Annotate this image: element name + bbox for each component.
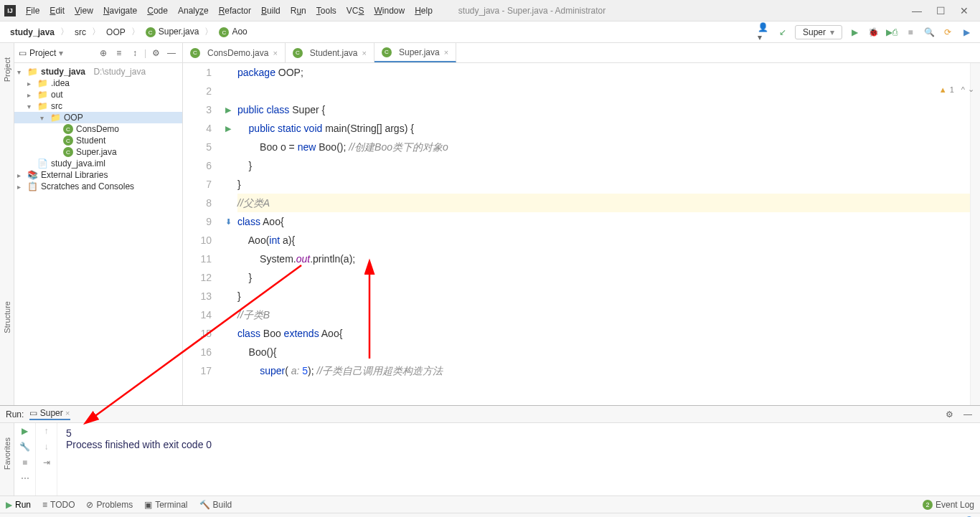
maximize-button[interactable]: ☐ — [936, 5, 946, 16]
more-icon[interactable]: ⋯ — [21, 473, 29, 483]
menu-help[interactable]: Help — [410, 4, 437, 17]
console-line: 5 — [66, 427, 971, 439]
crumb-class[interactable]: CAoo — [216, 25, 250, 39]
tree-consdemo[interactable]: CConsDemo — [14, 123, 182, 135]
console-output[interactable]: 5 Process finished with exit code 0 — [57, 423, 980, 495]
run-panel-header: Run: ▭ Super × ⚙ — — [0, 406, 980, 423]
down-arrow-icon[interactable]: ↓ — [44, 442, 49, 452]
menu-tools[interactable]: Tools — [312, 4, 341, 17]
nav-bar: study_java〉 src〉 OOP〉 CSuper.java〉 CAoo … — [0, 22, 980, 43]
locate-icon[interactable]: ⊕ — [97, 47, 110, 60]
tree-src[interactable]: ▾📁src — [14, 100, 182, 112]
tree-root[interactable]: ▾📁study_java D:\study_java — [14, 66, 182, 77]
run-label: Run: — [6, 409, 24, 419]
hide-panel-icon[interactable]: — — [961, 408, 974, 421]
menu-file[interactable]: File — [22, 4, 44, 17]
project-panel-header: ▭ Project ▾ ⊕ ≡ ↕ | ⚙ — — [14, 43, 182, 63]
project-panel: ▭ Project ▾ ⊕ ≡ ↕ | ⚙ — ▾📁study_java D:\… — [14, 43, 183, 405]
tree-student[interactable]: CStudent — [14, 135, 182, 146]
editor-tabs: CConsDemo.java× CStudent.java× CSuper.ja… — [183, 43, 980, 63]
project-panel-title[interactable]: Project — [29, 48, 56, 58]
search-icon[interactable]: 🔍 — [923, 26, 936, 39]
close-icon[interactable]: × — [273, 49, 277, 57]
code-text[interactable]: package OOP; public class Super { public… — [237, 63, 970, 405]
gear-icon[interactable]: ⚙ — [149, 47, 162, 60]
tab-super[interactable]: CSuper.java× — [374, 43, 456, 62]
menu-view[interactable]: View — [70, 4, 98, 17]
menu-build[interactable]: Build — [257, 4, 285, 17]
bottom-tool-tabs: ▶Run ≡ TODO ⊘ Problems ▣ Terminal 🔨 Buil… — [0, 495, 980, 513]
update-icon[interactable]: ⟳ — [941, 26, 954, 39]
tab-favorites-vertical[interactable]: Favorites — [3, 437, 11, 470]
menu-analyze[interactable]: Analyze — [174, 4, 213, 17]
console-line: Process finished with exit code 0 — [66, 439, 971, 450]
warning-icon: ▲ — [939, 85, 947, 94]
window-controls: — ☐ ✕ — [912, 5, 976, 16]
run-tab[interactable]: ▭ Super × — [29, 408, 70, 420]
btab-build[interactable]: 🔨 Build — [199, 500, 232, 510]
coverage-button[interactable]: ▶⎙ — [885, 26, 898, 39]
tree-iml[interactable]: 📄study_java.iml — [14, 158, 182, 169]
status-bar: ☐ Build completed successfully in 3 sec,… — [0, 513, 980, 517]
tab-structure-vertical[interactable]: Structure — [3, 301, 11, 333]
collapse-icon[interactable]: ↕ — [128, 47, 141, 60]
main-area: Project ▭ Project ▾ ⊕ ≡ ↕ | ⚙ — ▾📁study_… — [0, 43, 980, 405]
run-config-selector[interactable]: Super▾ — [795, 25, 842, 39]
window-title: study_java - Super.java - Administrator — [458, 6, 606, 16]
hide-panel-icon[interactable]: — — [165, 47, 178, 60]
tree-idea[interactable]: ▸📁.idea — [14, 77, 182, 89]
tree-external[interactable]: ▸📚External Libraries — [14, 169, 182, 181]
rerun-button[interactable]: ▶ — [22, 426, 28, 436]
menu-run[interactable]: Run — [286, 4, 311, 17]
menu-vcs[interactable]: VCS — [342, 4, 369, 17]
gear-icon[interactable]: ⚙ — [943, 408, 956, 421]
tab-consdemo[interactable]: CConsDemo.java× — [183, 43, 286, 62]
project-panel-icon: ▭ — [19, 48, 27, 58]
editor: CConsDemo.java× CStudent.java× CSuper.ja… — [183, 43, 980, 405]
title-bar: IJ File Edit View Navigate Code Analyze … — [0, 0, 980, 22]
override-marker-icon[interactable]: ⬇ — [219, 212, 237, 231]
btab-todo[interactable]: ≡ TODO — [42, 500, 75, 510]
tab-student[interactable]: CStudent.java× — [286, 43, 374, 62]
tab-project-vertical[interactable]: Project — [3, 57, 11, 82]
expand-icon[interactable]: ≡ — [113, 47, 126, 60]
ide-icon[interactable]: ▶ — [960, 26, 973, 39]
menu-window[interactable]: Window — [369, 4, 409, 17]
close-icon[interactable]: × — [444, 48, 448, 57]
close-icon[interactable]: × — [362, 49, 367, 57]
btab-terminal[interactable]: ▣ Terminal — [144, 500, 187, 510]
btab-eventlog[interactable]: 2 Event Log — [923, 500, 974, 510]
crumb-project[interactable]: study_java — [7, 26, 57, 39]
crumb-file[interactable]: CSuper.java — [143, 25, 202, 39]
crumb-oop[interactable]: OOP — [103, 26, 128, 39]
code-area[interactable]: 1234567891011121314151617 ▶▶⬇ package OO… — [183, 63, 980, 405]
menu-code[interactable]: Code — [143, 4, 172, 17]
line-gutter: 1234567891011121314151617 — [183, 63, 219, 405]
run-marker-icon[interactable]: ▶ — [219, 119, 237, 138]
minimize-button[interactable]: — — [912, 5, 922, 16]
debug-button[interactable]: 🐞 — [867, 26, 880, 39]
tree-out[interactable]: ▸📁out — [14, 89, 182, 100]
back-arrow-icon[interactable]: ↙ — [776, 26, 789, 39]
wrap-icon[interactable]: ⇥ — [43, 457, 50, 468]
stop-icon[interactable]: ■ — [22, 457, 27, 468]
run-marker-icon[interactable]: ▶ — [219, 100, 237, 119]
menu-navigate[interactable]: Navigate — [99, 4, 141, 17]
close-button[interactable]: ✕ — [960, 5, 969, 16]
btab-problems[interactable]: ⊘ Problems — [86, 500, 133, 510]
tree-scratches[interactable]: ▸📋Scratches and Consoles — [14, 181, 182, 192]
stop-button[interactable]: ■ — [904, 26, 917, 39]
menu-refactor[interactable]: Refactor — [215, 4, 255, 17]
tree-super[interactable]: CSuper.java — [14, 146, 182, 158]
run-button[interactable]: ▶ — [848, 26, 861, 39]
up-arrow-icon[interactable]: ↑ — [44, 426, 49, 436]
wrench-icon[interactable]: 🔧 — [19, 442, 30, 452]
btab-run[interactable]: ▶Run — [6, 500, 31, 510]
inspection-badge[interactable]: ▲1 ^⌄ — [939, 85, 974, 94]
crumb-src[interactable]: src — [72, 26, 89, 39]
user-icon[interactable]: 👤▾ — [758, 26, 771, 39]
run-toolbar-1: ▶ 🔧 ■ ⋯ — [14, 423, 36, 495]
menu-edit[interactable]: Edit — [45, 4, 69, 17]
tree-oop[interactable]: ▾📁OOP — [14, 112, 182, 123]
left-tool-strip: Project — [0, 43, 14, 405]
